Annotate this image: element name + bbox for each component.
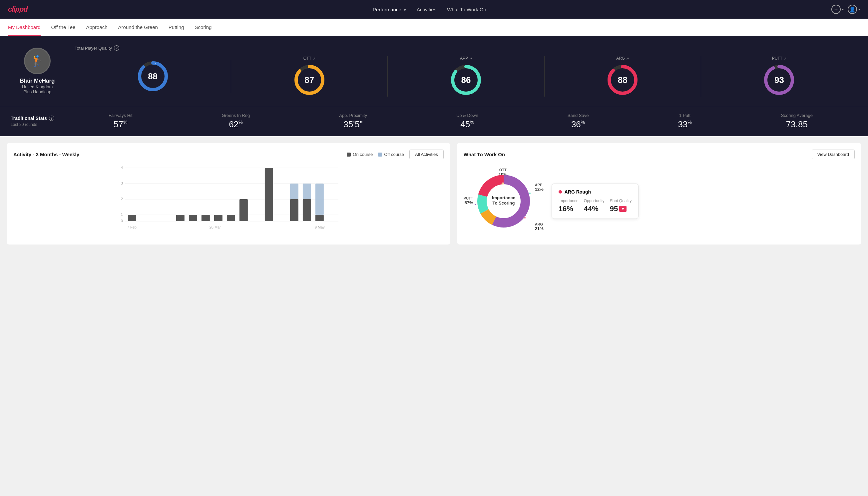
- total-quality-label: Total Player Quality ?: [75, 45, 857, 51]
- donut-ott: 87: [293, 63, 326, 97]
- user-icon: 👤: [848, 5, 857, 14]
- donut-arg: 88: [606, 63, 639, 97]
- donut-value-app: 86: [461, 75, 471, 85]
- wtwo-panel-header: What To Work On View Dashboard: [464, 150, 855, 159]
- trad-stats-info-icon[interactable]: ?: [49, 115, 54, 121]
- svg-rect-28: [265, 168, 273, 221]
- tab-approach[interactable]: Approach: [86, 19, 107, 36]
- arg-label: ARG ↗: [616, 56, 629, 61]
- stat-scoring-average: Scoring Average 73.85: [781, 113, 813, 129]
- arg-rough-info-card: ARG Rough Importance 16% Opportunity 44%…: [552, 184, 638, 219]
- chart-legend: On course Off course: [347, 152, 404, 157]
- arg-arrow-icon: ↗: [626, 57, 629, 60]
- trad-stats-sublabel: Last 20 rounds: [11, 122, 64, 127]
- all-activities-button[interactable]: All Activities: [409, 150, 444, 159]
- top-nav: clippd Performance ▾ Activities What To …: [0, 0, 868, 19]
- donut-putt: 93: [762, 63, 796, 97]
- metric-shot-quality: Shot Quality 95 ▼: [610, 199, 632, 213]
- nav-activities[interactable]: Activities: [417, 7, 436, 12]
- nav-right: + ▾ 👤 ▾: [831, 5, 860, 14]
- plus-icon: +: [831, 5, 841, 14]
- nav-performance[interactable]: Performance ▾: [373, 7, 406, 12]
- svg-rect-31: [303, 199, 311, 221]
- metric-opportunity: Opportunity 44%: [584, 199, 604, 213]
- view-dashboard-button[interactable]: View Dashboard: [812, 150, 855, 159]
- arg-rough-dot: [558, 190, 562, 193]
- bottom-section: Activity - 3 Months - Weekly On course O…: [0, 136, 868, 251]
- add-chevron-icon: ▾: [842, 7, 844, 11]
- importance-donut-svg: Importance To Scoring: [474, 171, 534, 231]
- tab-scoring[interactable]: Scoring: [195, 19, 212, 36]
- stat-up-and-down: Up & Down 45%: [456, 113, 478, 129]
- svg-text:Importance: Importance: [492, 195, 515, 200]
- activity-panel-header: Activity - 3 Months - Weekly On course O…: [13, 150, 444, 159]
- tab-my-dashboard[interactable]: My Dashboard: [8, 19, 41, 36]
- chevron-down-icon: ▾: [404, 8, 406, 12]
- arg-dot: [524, 217, 526, 219]
- donut-overall: 88: [136, 60, 170, 93]
- donut-section: OTT 10% APP 12% ARG 21% PUTT 57%: [464, 165, 855, 238]
- tab-around-the-green[interactable]: Around the Green: [118, 19, 158, 36]
- quality-circle-overall: 88: [75, 60, 231, 93]
- on-course-dot: [347, 153, 351, 157]
- stat-app-proximity: App. Proximity 35'5": [339, 113, 367, 129]
- tab-putting[interactable]: Putting: [169, 19, 184, 36]
- svg-rect-33: [315, 215, 324, 221]
- svg-text:3: 3: [121, 181, 123, 185]
- traditional-stats: Traditional Stats ? Last 20 rounds Fairw…: [0, 106, 868, 136]
- player-name: Blair McHarg: [20, 78, 55, 84]
- tab-off-the-tee[interactable]: Off the Tee: [51, 19, 76, 36]
- quality-circle-ott: OTT ↗ 87: [231, 56, 388, 97]
- svg-rect-25: [214, 215, 222, 221]
- putt-outer-label: PUTT 57%: [464, 196, 473, 205]
- stat-greens-in-reg: Greens In Reg 62%: [222, 113, 250, 129]
- importance-donut-wrapper: OTT 10% APP 12% ARG 21% PUTT 57%: [464, 165, 543, 238]
- ott-dot: [502, 183, 504, 185]
- putt-label: PUTT ↗: [772, 56, 786, 61]
- add-button[interactable]: + ▾: [831, 5, 844, 14]
- svg-rect-27: [239, 199, 248, 221]
- info-card-metrics: Importance 16% Opportunity 44% Shot Qual…: [558, 199, 632, 213]
- svg-rect-24: [202, 215, 210, 221]
- avatar: 🏌️: [24, 48, 51, 74]
- nav-what-to-work-on[interactable]: What To Work On: [447, 7, 486, 12]
- svg-rect-21: [128, 215, 136, 221]
- user-chevron-icon: ▾: [858, 7, 860, 11]
- wtwo-title: What To Work On: [464, 152, 505, 157]
- player-info: 🏌️ Blair McHarg United Kingdom Plus Hand…: [11, 48, 64, 94]
- svg-rect-29: [290, 199, 298, 221]
- quality-circle-arg: ARG ↗ 88: [545, 56, 701, 97]
- stat-1-putt: 1 Putt 33%: [678, 113, 692, 129]
- svg-rect-34: [315, 184, 324, 215]
- putt-dot: [474, 203, 477, 206]
- svg-text:2: 2: [121, 197, 123, 201]
- user-menu-button[interactable]: 👤 ▾: [848, 5, 860, 14]
- svg-text:1: 1: [121, 213, 123, 217]
- trad-stats-title: Traditional Stats ?: [11, 115, 64, 121]
- app-label: APP ↗: [460, 56, 472, 61]
- player-handicap: Plus Handicap: [23, 89, 51, 94]
- quality-circle-app: APP ↗ 86: [388, 56, 544, 97]
- svg-rect-26: [227, 215, 235, 221]
- svg-text:28 Mar: 28 Mar: [209, 225, 221, 229]
- svg-rect-30: [290, 184, 298, 199]
- info-card-title: ARG Rough: [558, 189, 632, 195]
- stat-sand-save: Sand Save 36%: [568, 113, 589, 129]
- ott-label: OTT ↗: [303, 56, 315, 61]
- total-quality-info-icon[interactable]: ?: [114, 45, 119, 51]
- donut-value-putt: 93: [774, 75, 784, 85]
- what-to-work-on-panel: What To Work On View Dashboard OTT 10% A…: [457, 143, 861, 245]
- donut-value-overall: 88: [148, 71, 158, 82]
- stat-fairways-hit: Fairways Hit 57%: [109, 113, 132, 129]
- player-country: United Kingdom: [22, 84, 53, 89]
- quality-circle-putt: PUTT ↗ 93: [701, 56, 857, 97]
- svg-text:9 May: 9 May: [315, 225, 325, 229]
- shot-quality-badge: ▼: [619, 206, 627, 212]
- trad-stats-label: Traditional Stats ? Last 20 rounds: [11, 115, 64, 127]
- putt-arrow-icon: ↗: [784, 57, 786, 60]
- svg-text:0: 0: [121, 219, 123, 223]
- svg-rect-23: [189, 215, 197, 221]
- logo: clippd: [8, 5, 28, 14]
- activity-panel: Activity - 3 Months - Weekly On course O…: [7, 143, 450, 245]
- trad-stat-items: Fairways Hit 57% Greens In Reg 62% App. …: [64, 113, 857, 129]
